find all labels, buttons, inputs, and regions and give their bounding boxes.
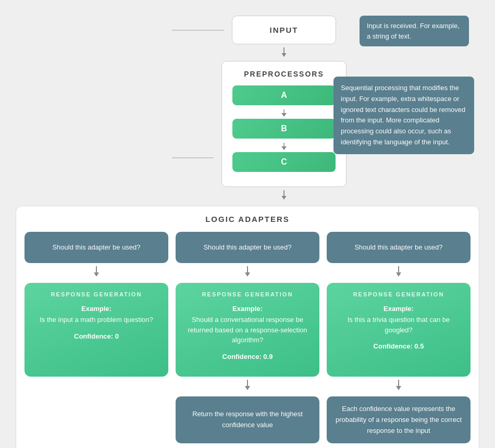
response-example-text-3: Is this a trivia question that can be go… xyxy=(333,315,464,335)
response-example-label-3: Example: xyxy=(383,305,414,313)
adapter-arrow-1 xyxy=(92,266,101,280)
adapter-col-3: Should this adapter be used? RESPONSE GE… xyxy=(327,232,471,443)
preprocessors-connector xyxy=(172,157,214,158)
preprocessor-item-b: B xyxy=(232,119,336,139)
response-box-3: RESPONSE GENERATION Example: Is this a t… xyxy=(327,283,471,377)
svg-marker-11 xyxy=(94,272,99,277)
preprocessors-tooltip: Sequential processing that modifies the … xyxy=(333,77,474,154)
diagram-container: INPUT Input is received. For example, a … xyxy=(0,0,495,448)
response-confidence-2: Confidence: 0.9 xyxy=(222,353,273,360)
preprocessors-title: PREPROCESSORS xyxy=(232,70,336,78)
adapter-col-1: Should this adapter be used? RESPONSE GE… xyxy=(24,232,168,443)
preprocessors-to-logic-arrow xyxy=(47,190,495,201)
adapter-arrow-2 xyxy=(243,266,252,280)
preprocessors-section: PREPROCESSORS A B C xyxy=(10,61,485,187)
arrow-down-svg-2 xyxy=(279,190,289,201)
svg-marker-4 xyxy=(281,113,287,117)
preprocessor-item-c: C xyxy=(232,152,336,172)
bottom-info-box: Each confidence value represents the pro… xyxy=(327,396,471,443)
response-example-text-1: Is the input a math problem question? xyxy=(40,315,153,325)
preprocessor-item-a: A xyxy=(232,85,336,105)
preprocessor-arrow-2 xyxy=(232,143,336,151)
adapter-question-1: Should this adapter be used? xyxy=(24,232,168,263)
adapters-row: Should this adapter be used? RESPONSE GE… xyxy=(24,232,471,443)
adapter-arrow-3 xyxy=(394,266,403,280)
svg-marker-13 xyxy=(245,272,250,277)
logic-adapters-title: LOGIC ADAPTERS xyxy=(24,215,471,223)
response-example-text-2: Should a conversational response be retu… xyxy=(182,315,313,345)
arrow-down-svg xyxy=(279,47,289,58)
input-tooltip-text: Input is received. For example, a string… xyxy=(367,22,460,40)
response-title-2: RESPONSE GENERATION xyxy=(202,291,293,297)
adapter-to-result-arrow xyxy=(243,380,252,393)
response-example-label-2: Example: xyxy=(232,305,263,313)
response-title-1: RESPONSE GENERATION xyxy=(51,291,142,297)
adapter-col-2: Should this adapter be used? RESPONSE GE… xyxy=(176,232,319,443)
bottom-result-box: Return the response with the highest con… xyxy=(176,396,319,443)
response-box-1: RESPONSE GENERATION Example: Is the inpu… xyxy=(24,283,168,377)
svg-marker-19 xyxy=(396,386,401,390)
input-section: INPUT Input is received. For example, a … xyxy=(10,16,485,44)
response-box-2: RESPONSE GENERATION Example: Should a co… xyxy=(176,283,319,377)
input-to-preprocessors-arrow xyxy=(47,47,495,58)
preprocessors-box: PREPROCESSORS A B C xyxy=(221,61,346,187)
svg-marker-15 xyxy=(245,386,250,390)
input-connector xyxy=(172,30,224,31)
response-example-label-1: Example: xyxy=(81,305,112,313)
response-confidence-1: Confidence: 0 xyxy=(74,332,119,340)
preprocessors-tooltip-text: Sequential processing that modifies the … xyxy=(341,84,465,146)
input-label: INPUT xyxy=(270,26,299,34)
logic-section: LOGIC ADAPTERS Should this adapter be us… xyxy=(16,206,479,448)
adapter-question-3: Should this adapter be used? xyxy=(327,232,471,263)
input-box: INPUT xyxy=(232,16,336,44)
preprocessor-arrow-1 xyxy=(232,109,336,118)
adapter-question-2: Should this adapter be used? xyxy=(176,232,319,263)
svg-marker-9 xyxy=(281,196,286,200)
svg-marker-17 xyxy=(396,272,401,277)
svg-marker-6 xyxy=(281,146,287,150)
input-tooltip: Input is received. For example, a string… xyxy=(360,16,469,46)
response-title-3: RESPONSE GENERATION xyxy=(353,291,444,297)
response-confidence-3: Confidence: 0.5 xyxy=(374,342,424,350)
svg-marker-2 xyxy=(281,53,286,57)
adapter-to-info-arrow xyxy=(394,380,403,393)
